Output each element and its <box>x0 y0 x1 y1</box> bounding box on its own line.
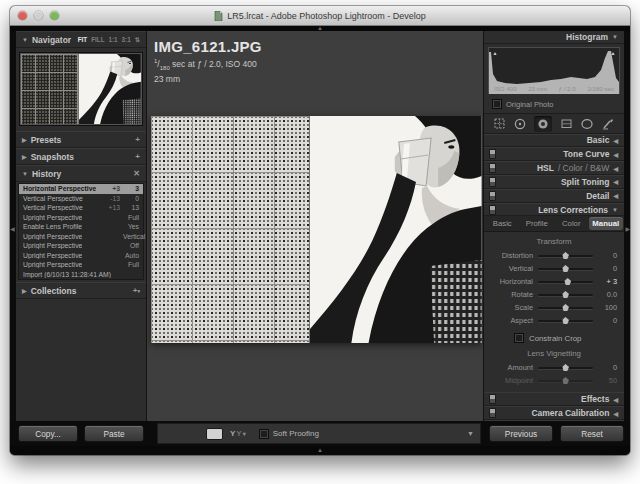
shadow-clipping-icon[interactable]: ▲ <box>491 49 499 57</box>
basic-section-header[interactable]: Basic ◀ <box>484 134 624 148</box>
panel-switch-icon[interactable] <box>489 177 496 187</box>
panel-switch-icon[interactable] <box>489 408 496 418</box>
spot-removal-tool-icon[interactable] <box>513 117 527 131</box>
history-step[interactable]: Upright Perspective Full <box>19 213 143 223</box>
slider-track[interactable] <box>538 367 593 369</box>
soft-proofing-checkbox[interactable] <box>259 429 269 439</box>
panel-switch-icon[interactable] <box>489 191 496 201</box>
slider-track[interactable] <box>538 320 593 322</box>
aspect-slider[interactable]: Aspect 0 <box>491 314 617 327</box>
history-header[interactable]: ▼ History ✕ <box>16 165 146 182</box>
slider-thumb[interactable] <box>562 317 569 324</box>
history-step[interactable]: Horizontal Perspective +3 3 <box>19 184 143 194</box>
paste-button[interactable]: Paste <box>84 425 144 442</box>
navigator-zoom-more-icon[interactable]: ⇅ <box>135 36 140 43</box>
slider-track[interactable] <box>538 380 593 382</box>
right-edge-strip[interactable]: ▶ <box>624 31 630 421</box>
original-photo-row[interactable]: Original Photo <box>484 96 624 113</box>
slider-track[interactable] <box>538 255 593 257</box>
bottom-collapse-arrow-icon[interactable]: ▲ <box>317 447 323 453</box>
constrain-crop-row[interactable]: Constrain Crop <box>514 333 624 343</box>
slider-thumb[interactable] <box>564 278 571 285</box>
history-step[interactable]: Vertical Perspective -13 0 <box>19 194 143 204</box>
history-step[interactable]: Upright Perspective Off <box>19 241 143 251</box>
vertical-slider[interactable]: Vertical 0 <box>491 262 617 275</box>
minimize-button[interactable] <box>34 11 43 20</box>
view-caret-icon[interactable]: ▾ <box>243 430 246 437</box>
detail-section-header[interactable]: Detail ◀ <box>484 189 624 203</box>
tab-profile[interactable]: Profile <box>520 217 555 230</box>
titlebar[interactable]: LR5.lrcat - Adobe Photoshop Lightroom - … <box>10 6 630 26</box>
history-step[interactable]: Upright Perspective Vertical <box>19 232 143 242</box>
slider-thumb[interactable] <box>562 252 569 259</box>
hsl-section-header[interactable]: HSL / Color / B&W ◀ <box>484 161 624 175</box>
panel-switch-icon[interactable] <box>489 205 496 215</box>
main-photo[interactable] <box>151 116 482 343</box>
navigator-zoom-1to1[interactable]: 1:1 <box>109 36 118 43</box>
tab-manual[interactable]: Manual <box>589 217 624 230</box>
crop-tool-icon[interactable] <box>493 117 506 130</box>
left-collapse-arrow-icon[interactable]: ◀ <box>10 226 15 232</box>
tab-color[interactable]: Color <box>554 217 589 230</box>
navigator-preview[interactable] <box>20 53 142 125</box>
graduated-filter-tool-icon[interactable] <box>560 117 573 130</box>
reset-button[interactable]: Reset <box>560 425 624 442</box>
close-button[interactable] <box>18 11 27 20</box>
slider-thumb[interactable] <box>562 291 569 298</box>
history-step[interactable]: Import (6/10/13 11:28:41 AM) <box>19 270 143 280</box>
slider-thumb[interactable] <box>562 304 569 311</box>
camera-calibration-section-header[interactable]: Camera Calibration ◀ <box>484 406 624 420</box>
snapshots-header[interactable]: ▶ Snapshots + <box>16 148 146 165</box>
tab-basic[interactable]: Basic <box>485 217 520 230</box>
horizontal-slider[interactable]: Horizontal + 3 <box>491 275 617 288</box>
histogram-panel[interactable]: ▲ ▲ ISO 400 23 mm ƒ / 2.0 1/180 sec <box>488 47 620 95</box>
collections-header[interactable]: ▶ Collections +▾ <box>16 282 146 299</box>
navigator-zoom-3to1[interactable]: 3:1 <box>122 36 131 43</box>
panel-switch-icon[interactable] <box>489 163 496 173</box>
effects-section-header[interactable]: Effects ◀ <box>484 392 624 406</box>
panel-switch-icon[interactable] <box>489 394 496 404</box>
navigator-zoom-fill[interactable]: FILL <box>91 36 104 43</box>
original-photo-checkbox[interactable] <box>492 99 502 109</box>
slider-track[interactable] <box>538 294 593 296</box>
scale-slider[interactable]: Scale 100 <box>491 301 617 314</box>
right-collapse-arrow-icon[interactable]: ▶ <box>625 226 630 232</box>
navigator-header[interactable]: ▼ Navigator FIT FILL 1:1 3:1 ⇅ <box>16 31 146 48</box>
history-step[interactable]: Upright Perspective Full <box>19 260 143 270</box>
slider-thumb[interactable] <box>562 377 569 384</box>
rotate-slider[interactable]: Rotate 0.0 <box>491 288 617 301</box>
tone-curve-section-header[interactable]: Tone Curve ◀ <box>484 147 624 161</box>
history-step[interactable]: Enable Lens Profile Yes <box>19 222 143 232</box>
radial-filter-tool-icon[interactable] <box>580 117 594 131</box>
zoom-button[interactable] <box>50 11 59 20</box>
amount-slider[interactable]: Amount 0 <box>491 361 617 374</box>
red-eye-tool-well[interactable] <box>534 116 552 132</box>
before-after-view-icon[interactable]: YY▾ <box>230 429 246 438</box>
snapshots-add-icon[interactable]: + <box>135 152 140 161</box>
presets-add-icon[interactable]: + <box>135 135 140 144</box>
slider-thumb[interactable] <box>562 364 569 371</box>
collections-add-icon[interactable]: +▾ <box>133 286 140 295</box>
midpoint-slider[interactable]: Midpoint 50 <box>491 374 617 387</box>
slider-track[interactable] <box>538 281 593 283</box>
navigator-zoom-fit[interactable]: FIT <box>78 36 87 43</box>
soft-proofing-row[interactable]: Soft Proofing <box>259 429 319 439</box>
adjustment-brush-tool-icon[interactable] <box>601 117 615 131</box>
distortion-slider[interactable]: Distortion 0 <box>491 249 617 262</box>
left-edge-strip[interactable]: ◀ <box>10 31 16 421</box>
toolbar-options-icon[interactable]: ▼ <box>467 430 474 437</box>
slider-track[interactable] <box>538 268 593 270</box>
histogram-header[interactable]: Histogram ▼ <box>484 31 624 44</box>
hsl-rest-label[interactable]: / Color / B&W <box>558 163 609 173</box>
split-toning-section-header[interactable]: Split Toning ◀ <box>484 175 624 189</box>
lens-corrections-section-header[interactable]: Lens Corrections ▼ <box>484 203 624 217</box>
panel-switch-icon[interactable] <box>489 149 496 159</box>
previous-button[interactable]: Previous <box>489 425 553 442</box>
history-clear-icon[interactable]: ✕ <box>133 169 140 178</box>
history-step[interactable]: Vertical Perspective +13 13 <box>19 203 143 213</box>
constrain-crop-checkbox[interactable] <box>514 333 524 343</box>
loupe-view-icon[interactable] <box>206 428 223 440</box>
slider-track[interactable] <box>538 307 593 309</box>
presets-header[interactable]: ▶ Presets + <box>16 131 146 148</box>
slider-thumb[interactable] <box>562 265 569 272</box>
